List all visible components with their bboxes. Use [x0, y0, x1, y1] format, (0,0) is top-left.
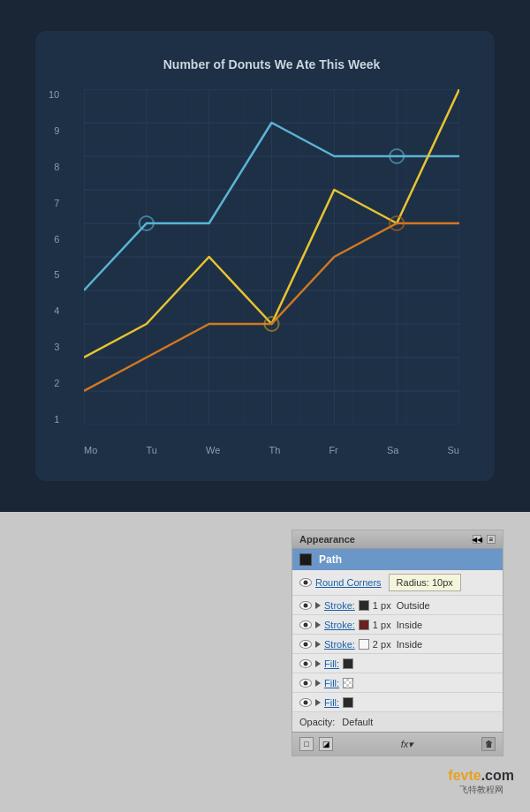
- top-section: Number of Donuts We Ate This Week 10 9 8…: [0, 0, 530, 512]
- eye-icon-round-corners[interactable]: [299, 578, 312, 587]
- stroke-row-1[interactable]: Stroke: 1 px Outside: [292, 596, 503, 615]
- opacity-label: Opacity:: [299, 717, 335, 727]
- x-label-sa: Sa: [387, 445, 398, 455]
- chart-title: Number of Donuts We Ate This Week: [84, 57, 459, 71]
- eye-icon-stroke-2[interactable]: [299, 620, 312, 629]
- fill-link-1[interactable]: Fill:: [324, 658, 339, 669]
- stroke-swatch-1: [359, 600, 369, 611]
- eye-icon-stroke-1[interactable]: [299, 601, 312, 610]
- panel-collapse-btn[interactable]: ◀◀: [473, 535, 481, 544]
- fill-swatch-3: [343, 697, 353, 708]
- x-labels: Mo Tu We Th Fr Sa Su: [84, 445, 459, 455]
- panel-footer: □ ◪ fx▾ 🗑: [292, 732, 503, 756]
- x-label-fr: Fr: [329, 445, 337, 455]
- panel-header-title: Appearance: [299, 534, 355, 545]
- y-label-6: 6: [49, 234, 59, 244]
- round-corners-row[interactable]: Round Corners Radius: 10px: [292, 570, 503, 596]
- stroke-link-3[interactable]: Stroke:: [324, 639, 355, 650]
- arrow-icon-stroke-1[interactable]: [315, 602, 321, 609]
- y-label-4: 4: [49, 305, 59, 316]
- chart-svg: [84, 89, 459, 425]
- stroke-detail-3: 2 px Inside: [373, 639, 422, 650]
- eye-icon-stroke-3[interactable]: [299, 640, 312, 649]
- arrow-icon-stroke-3[interactable]: [315, 641, 321, 648]
- y-label-1: 1: [49, 414, 59, 425]
- fill-link-3[interactable]: Fill:: [324, 697, 339, 708]
- chart-area: 10 9 8 7 6 5 4 3 2 1: [84, 89, 459, 425]
- eye-icon-fill-2[interactable]: [299, 679, 312, 688]
- fill-link-2[interactable]: Fill:: [324, 678, 339, 688]
- fill-swatch-1: [343, 658, 353, 669]
- x-label-th: Th: [269, 445, 280, 455]
- y-label-2: 2: [49, 378, 59, 388]
- fill-swatch-2: [343, 678, 353, 688]
- path-label: Path: [319, 553, 342, 566]
- arrow-icon-fill-2[interactable]: [315, 680, 321, 687]
- y-label-8: 8: [49, 162, 59, 172]
- fill-row-2[interactable]: Fill:: [292, 673, 503, 693]
- stroke-swatch-3: [359, 639, 369, 650]
- panel-header: Appearance ◀◀ ≡: [292, 530, 503, 549]
- y-labels: 10 9 8 7 6 5 4 3 2 1: [49, 89, 59, 425]
- path-icon: [299, 553, 312, 566]
- path-row: Path: [292, 549, 503, 570]
- arrow-icon-stroke-2[interactable]: [315, 621, 321, 628]
- opacity-row: Opacity: Default: [292, 712, 503, 732]
- watermark-fevte: fev: [448, 768, 468, 783]
- stroke-link-1[interactable]: Stroke:: [324, 600, 355, 611]
- eye-icon-fill-3[interactable]: [299, 698, 312, 707]
- opacity-value[interactable]: Default: [342, 717, 373, 727]
- panel-header-controls: ◀◀ ≡: [473, 535, 496, 544]
- stroke-row-3[interactable]: Stroke: 2 px Inside: [292, 635, 503, 654]
- watermark-sub: 飞特教程网: [448, 784, 514, 796]
- fx-label[interactable]: fx▾: [401, 739, 414, 750]
- watermark: fevte.com 飞特教程网: [448, 768, 514, 796]
- new-layer-btn[interactable]: □: [299, 737, 314, 751]
- bottom-section: Appearance ◀◀ ≡ Path Round Corners Radiu…: [0, 512, 530, 812]
- stroke-row-2[interactable]: Stroke: 1 px Inside: [292, 615, 503, 635]
- panel-menu-btn[interactable]: ≡: [487, 535, 496, 544]
- y-label-10: 10: [49, 89, 59, 100]
- y-label-9: 9: [49, 125, 59, 136]
- arrow-icon-fill-1[interactable]: [315, 660, 321, 667]
- duplicate-btn[interactable]: ◪: [319, 737, 333, 751]
- stroke-link-2[interactable]: Stroke:: [324, 620, 355, 630]
- eye-icon-fill-1[interactable]: [299, 659, 312, 668]
- y-label-7: 7: [49, 198, 59, 208]
- x-label-su: Su: [447, 445, 458, 455]
- x-label-tu: Tu: [146, 445, 156, 455]
- x-label-mo: Mo: [84, 445, 97, 455]
- x-label-we: We: [206, 445, 220, 455]
- arrow-icon-fill-3[interactable]: [315, 699, 321, 706]
- y-label-3: 3: [49, 342, 59, 352]
- round-corners-link[interactable]: Round Corners: [315, 577, 382, 588]
- stroke-swatch-2: [359, 620, 369, 630]
- chart-container: Number of Donuts We Ate This Week 10 9 8…: [35, 31, 495, 481]
- y-label-5: 5: [49, 269, 59, 280]
- fill-row-1[interactable]: Fill:: [292, 654, 503, 673]
- stroke-detail-1: 1 px Outside: [373, 600, 430, 611]
- stroke-detail-2: 1 px Inside: [373, 620, 422, 630]
- delete-btn[interactable]: 🗑: [481, 737, 496, 751]
- watermark-te: te: [468, 768, 481, 783]
- appearance-panel: Appearance ◀◀ ≡ Path Round Corners Radiu…: [292, 530, 504, 756]
- watermark-dot: .com: [481, 768, 514, 783]
- radius-tooltip: Radius: 10px: [389, 574, 461, 591]
- fill-row-3[interactable]: Fill:: [292, 693, 503, 712]
